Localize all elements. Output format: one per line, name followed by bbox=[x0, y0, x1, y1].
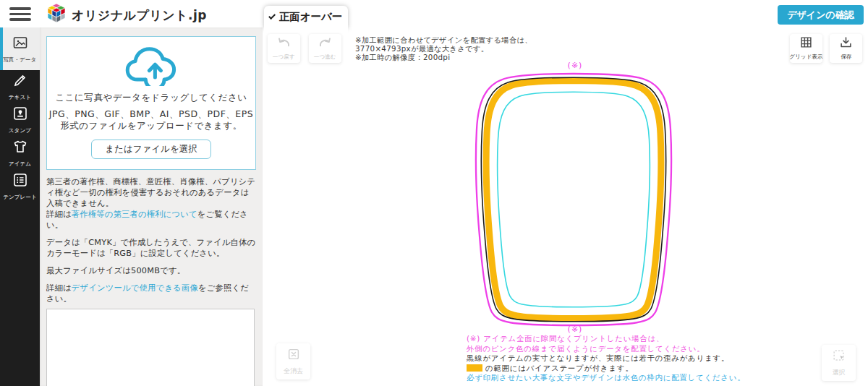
tshirt-icon bbox=[12, 139, 28, 158]
check-icon bbox=[268, 12, 276, 20]
grid-icon bbox=[800, 36, 812, 51]
print-legend: (※) アイテム全面に隙間なくプリントしたい場合は、 外側のピンク色の線まで届く… bbox=[467, 334, 745, 383]
usable-images-link[interactable]: デザインツールで使用できる画像 bbox=[72, 283, 198, 293]
item-actual-size-line bbox=[481, 77, 665, 322]
logo-text: オリジナルプリント.jp bbox=[72, 7, 207, 24]
legend-line-4: の範囲にはバイアステープが付きます。 bbox=[467, 364, 745, 374]
note-marker-bottom: (※) bbox=[434, 325, 716, 334]
reference-notice: 詳細はデザインツールで使用できる画像をご参照ください。 bbox=[46, 283, 256, 304]
sidebar-item-text[interactable]: テキスト bbox=[0, 70, 40, 103]
undo-label: 一つ戻す bbox=[273, 53, 295, 60]
sidebar-item-label: テンプレート bbox=[3, 193, 36, 200]
sidebar-item-item[interactable]: アイテム bbox=[0, 137, 40, 170]
grid-display-button[interactable]: グリッド表示 bbox=[790, 34, 822, 63]
redo-icon bbox=[318, 37, 332, 51]
hamburger-menu-icon[interactable] bbox=[9, 7, 31, 21]
safe-area-cyan-line bbox=[498, 92, 650, 307]
sidebar-item-label: 写真・データ bbox=[4, 56, 37, 63]
grid-button-label: グリッド表示 bbox=[789, 53, 822, 60]
tab-label: 正面オーバー bbox=[279, 10, 343, 24]
template-icon bbox=[12, 172, 28, 191]
header: オリジナルプリント.jp デザインの確認 bbox=[0, 0, 868, 27]
bias-tape-band bbox=[486, 81, 661, 319]
design-tool-app: オリジナルプリント.jp デザインの確認 写真・データ テキスト bbox=[0, 0, 868, 386]
save-button[interactable]: 保存 bbox=[830, 34, 862, 63]
clear-all-label: 全消去 bbox=[284, 366, 303, 376]
photo-icon bbox=[12, 35, 28, 53]
print-area-outline bbox=[434, 61, 716, 340]
undo-button[interactable]: 一つ戻す bbox=[268, 34, 300, 63]
dropzone-title: ここに写真やデータをドラッグしてください bbox=[47, 92, 255, 104]
sidebar-item-label: スタンプ bbox=[9, 126, 31, 134]
legend-line-1: (※) アイテム全面に隙間なくプリントしたい場合は、 bbox=[467, 334, 745, 344]
legend-line-2: 外側のピンク色の線まで届くようにデータを配置してください。 bbox=[467, 344, 745, 354]
note-marker-top: (※) bbox=[434, 61, 716, 70]
full-print-pink-line bbox=[476, 74, 671, 325]
save-download-icon bbox=[840, 36, 852, 51]
select-label: 選択 bbox=[833, 368, 846, 377]
sidebar-item-label: テキスト bbox=[9, 93, 31, 100]
clear-all-button[interactable]: 全消去 bbox=[276, 343, 310, 379]
upload-panel: ここに写真やデータをドラッグしてください JPG、PNG、GIF、BMP、AI、… bbox=[40, 27, 263, 386]
legend-line-3: 黒線がアイテムの実寸となりますが、実際には若干の歪みがあります。 bbox=[467, 353, 745, 364]
pencil-icon bbox=[12, 72, 28, 91]
select-file-button[interactable]: またはファイルを選択 bbox=[91, 140, 210, 159]
selection-icon bbox=[832, 348, 846, 366]
redo-button[interactable]: 一つ進む bbox=[309, 34, 341, 63]
upload-dropzone[interactable]: ここに写真やデータをドラッグしてください JPG、PNG、GIF、BMP、AI、… bbox=[46, 36, 256, 170]
sidebar-item-photo-data[interactable]: 写真・データ bbox=[0, 27, 40, 70]
sidebar-item-stamp[interactable]: スタンプ bbox=[0, 103, 40, 137]
stamp-icon bbox=[12, 106, 28, 124]
rights-notice: 第三者の著作権、商標権、意匠権、肖像権、パブリシティ権など一切の権利を侵害するお… bbox=[46, 176, 256, 231]
tab-front-over[interactable]: 正面オーバー bbox=[264, 6, 348, 28]
undo-icon bbox=[277, 37, 291, 51]
sidebar-item-label: アイテム bbox=[9, 160, 31, 167]
design-confirm-button[interactable]: デザインの確認 bbox=[778, 5, 864, 25]
rights-link[interactable]: 著作権等の第三者の権利について bbox=[72, 210, 197, 219]
cloud-upload-icon bbox=[47, 44, 255, 89]
logo[interactable]: オリジナルプリント.jp bbox=[46, 3, 207, 27]
redo-label: 一つ進む bbox=[314, 53, 336, 60]
uploaded-files-list[interactable] bbox=[46, 309, 255, 386]
cmyk-notice: データは「CMYK」で作成したうえで、ファイル自体のカラーモードは「RGB」に設… bbox=[46, 237, 256, 259]
sidebar: 写真・データ テキスト スタンプ bbox=[0, 27, 40, 386]
yellow-swatch-icon bbox=[467, 364, 482, 372]
dropzone-formats: JPG、PNG、GIF、BMP、AI、PSD、PDF、EPS 形式のファイルをア… bbox=[47, 108, 255, 132]
sidebar-item-template[interactable]: テンプレート bbox=[0, 170, 40, 203]
save-button-label: 保存 bbox=[841, 53, 851, 60]
select-button[interactable]: 選択 bbox=[822, 345, 856, 381]
legend-line-5: 必ず印刷させたい大事な文字やデザインは水色の枠内に配置してください。 bbox=[467, 373, 745, 383]
logo-cube-icon bbox=[46, 3, 67, 27]
max-file-size-notice: 最大ファイルサイズは500MBです。 bbox=[46, 265, 256, 276]
size-note: ※加工範囲に合わせてデザインを配置する場合は、 3770×4793pxが最適な大… bbox=[355, 36, 532, 61]
clear-all-icon bbox=[286, 347, 301, 364]
